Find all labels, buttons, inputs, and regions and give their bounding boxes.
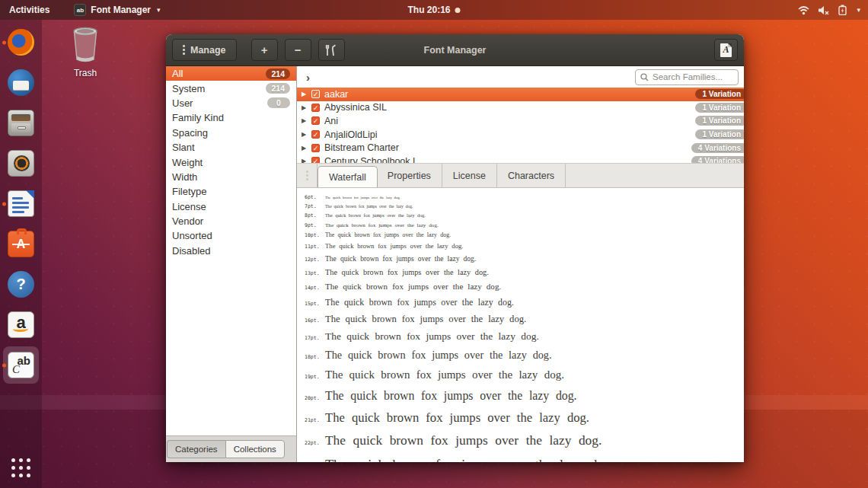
- enabled-checkbox[interactable]: ✓: [311, 157, 320, 163]
- font-family-row[interactable]: ▶✓Century Schoolbook L4 Variations: [297, 155, 744, 163]
- font-family-row[interactable]: ▶✓aakar1 Variation: [297, 88, 744, 101]
- dock-item-amazon[interactable]: a: [0, 305, 42, 345]
- manage-button-label: Manage: [190, 45, 226, 56]
- preview-tab-license[interactable]: License: [442, 164, 497, 187]
- sidebar-item-system[interactable]: System214: [166, 81, 296, 95]
- sidebar-item-all[interactable]: All214: [166, 66, 296, 81]
- expander-triangle-icon[interactable]: ▶: [302, 117, 311, 124]
- dock-item-thunderbird[interactable]: [0, 62, 42, 103]
- font-family-row[interactable]: ▶✓Ani1 Variation: [297, 114, 744, 128]
- point-size-label: 10pt.: [305, 231, 325, 241]
- point-size-label: 12pt.: [305, 256, 325, 265]
- sidebar-item-label: Slant: [172, 142, 290, 153]
- battery-icon: [838, 5, 847, 15]
- dock-item-help[interactable]: ?: [0, 264, 42, 305]
- waterfall-line: 10pt.The quick brown fox jumps over the …: [305, 230, 744, 241]
- count-badge: 214: [266, 69, 290, 79]
- sidebar-item-slant[interactable]: Slant: [166, 140, 296, 155]
- waterfall-line: 16pt.The quick brown fox jumps over the …: [305, 311, 744, 328]
- point-size-label: 14pt.: [305, 284, 325, 293]
- sidebar-item-user[interactable]: User0: [166, 96, 296, 110]
- preview-tab-waterfall[interactable]: Waterfall: [318, 166, 378, 187]
- system-status-area[interactable]: ▾: [798, 5, 868, 15]
- preview-menu-button[interactable]: [297, 164, 318, 187]
- waterfall-line: 11pt.The quick brown fox jumps over the …: [305, 241, 744, 252]
- sidebar-item-family-kind[interactable]: Family Kind: [166, 110, 296, 125]
- sample-text: The quick brown fox jumps over the lazy …: [325, 195, 400, 201]
- clock-button[interactable]: Thu 20:16: [407, 5, 460, 15]
- sidebar-item-label: User: [172, 97, 267, 109]
- point-size-label: 22pt.: [305, 439, 325, 448]
- add-fonts-button[interactable]: +: [251, 39, 278, 61]
- font-family-name: Ani: [324, 116, 695, 126]
- sample-text: The quick brown fox jumps over the lazy …: [325, 385, 577, 407]
- remove-fonts-button[interactable]: −: [285, 39, 311, 61]
- sidebar-item-label: Disabled: [172, 245, 290, 257]
- preview-tab-characters[interactable]: Characters: [497, 164, 566, 187]
- font-family-row[interactable]: ▶✓Bitstream Charter4 Variations: [297, 141, 744, 155]
- sample-text: The quick brown fox jumps over the lazy …: [325, 365, 564, 385]
- sidebar-item-label: Spacing: [172, 127, 290, 139]
- manage-button[interactable]: Manage: [172, 39, 237, 61]
- dock-item-files[interactable]: [0, 103, 42, 143]
- enabled-checkbox[interactable]: ✓: [311, 90, 320, 98]
- app-menu[interactable]: ab Font Manager ▾: [69, 0, 164, 20]
- sidebar-tab-categories[interactable]: Categories: [167, 440, 225, 458]
- trash-can-glyph: [69, 27, 101, 63]
- sidebar-item-unsorted[interactable]: Unsorted: [166, 228, 296, 243]
- point-size-label: 20pt.: [305, 394, 325, 403]
- waterfall-line: 7pt.The quick brown fox jumps over the l…: [305, 203, 744, 212]
- sidebar-item-vendor[interactable]: Vendor: [166, 214, 296, 228]
- sidebar-item-weight[interactable]: Weight: [166, 155, 296, 169]
- preview-tab-properties[interactable]: Properties: [377, 164, 442, 187]
- search-input[interactable]: Search Families...: [635, 69, 739, 85]
- sidebar-item-disabled[interactable]: Disabled: [166, 244, 296, 258]
- point-size-label: 9pt.: [305, 222, 325, 231]
- sidebar-item-filetype[interactable]: Filetype: [166, 184, 296, 199]
- sample-text: The quick brown fox jumps over the lazy …: [325, 453, 614, 462]
- expander-triangle-icon[interactable]: ▶: [302, 158, 311, 163]
- dock-item-rhythmbox[interactable]: [0, 143, 42, 183]
- dock-item-font-manager[interactable]: abC: [0, 345, 42, 385]
- show-applications-button[interactable]: [0, 451, 42, 483]
- sidebar-tab-collections[interactable]: Collections: [225, 440, 285, 458]
- point-size-label: 19pt.: [305, 373, 325, 382]
- expander-triangle-icon[interactable]: ▶: [302, 131, 311, 138]
- window-titlebar[interactable]: Manage + − Font Manager A: [166, 34, 744, 66]
- window-title: Font Manager: [424, 45, 487, 56]
- enabled-checkbox[interactable]: ✓: [311, 116, 320, 125]
- sidebar: All214System214User0Family KindSpacingSl…: [166, 66, 297, 462]
- activities-button[interactable]: Activities: [0, 0, 59, 20]
- category-list: All214System214User0Family KindSpacingSl…: [166, 66, 296, 435]
- sample-text: The quick brown fox jumps over the lazy …: [325, 346, 552, 365]
- expander-triangle-icon[interactable]: ▶: [302, 91, 311, 97]
- enabled-checkbox[interactable]: ✓: [311, 104, 320, 112]
- sidebar-item-spacing[interactable]: Spacing: [166, 126, 296, 140]
- point-size-label: 11pt.: [305, 243, 325, 252]
- compare-mode-button[interactable]: A: [714, 39, 738, 61]
- sample-text: The quick brown fox jumps over the lazy …: [325, 211, 426, 219]
- dock-item-firefox[interactable]: [0, 22, 42, 62]
- sidebar-item-license[interactable]: License: [166, 199, 296, 214]
- clock-label: Thu 20:16: [407, 5, 450, 15]
- font-family-row[interactable]: ▶✓Abyssinica SIL1 Variation: [297, 101, 744, 115]
- font-family-row[interactable]: ▶✓AnjaliOldLipi1 Variation: [297, 128, 744, 142]
- sample-text: The quick brown fox jumps over the lazy …: [325, 279, 501, 295]
- waterfall-preview[interactable]: 6pt.The quick brown fox jumps over the l…: [297, 188, 744, 462]
- sidebar-item-width[interactable]: Width: [166, 170, 296, 184]
- trash-icon[interactable]: Trash: [64, 27, 107, 78]
- sample-text: The quick brown fox jumps over the lazy …: [325, 407, 589, 429]
- sample-text: The quick brown fox jumps over the lazy …: [325, 241, 464, 252]
- waterfall-line: 6pt.The quick brown fox jumps over the l…: [305, 193, 744, 203]
- waterfall-line: 19pt.The quick brown fox jumps over the …: [305, 365, 744, 385]
- wifi-icon: [798, 5, 809, 15]
- expander-triangle-icon[interactable]: ▶: [302, 104, 311, 111]
- enabled-checkbox[interactable]: ✓: [311, 130, 320, 139]
- enabled-checkbox[interactable]: ✓: [311, 144, 320, 152]
- point-size-label: 21pt.: [305, 416, 325, 426]
- dock-item-libreoffice-writer[interactable]: [0, 183, 42, 224]
- preferences-button[interactable]: [318, 39, 345, 61]
- expander-triangle-icon[interactable]: ▶: [302, 145, 311, 152]
- expand-chevron-icon[interactable]: ›: [306, 71, 310, 84]
- dock-item-ubuntu-software[interactable]: A: [0, 224, 42, 264]
